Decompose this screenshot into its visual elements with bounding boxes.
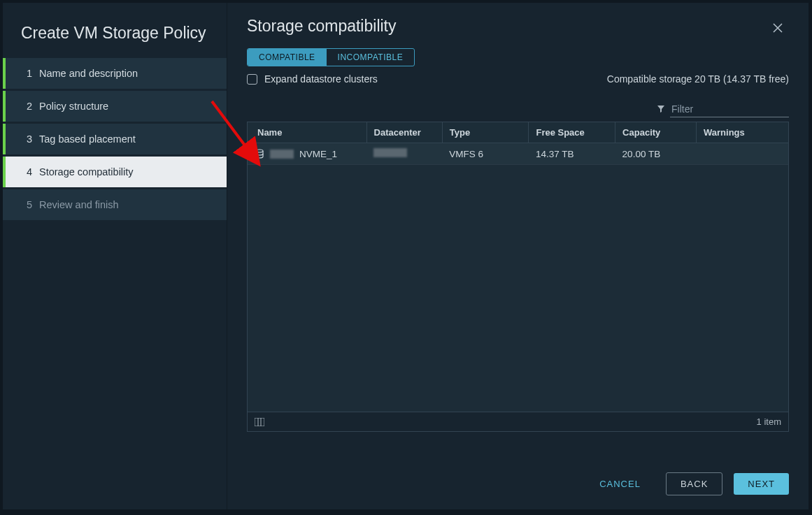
- column-header-capacity[interactable]: Capacity: [615, 122, 697, 143]
- cell-free-space: 14.37 TB: [529, 143, 615, 165]
- close-button[interactable]: [767, 17, 789, 41]
- tab-compatible[interactable]: COMPATIBLE: [248, 49, 327, 66]
- svg-rect-1: [255, 418, 264, 426]
- wizard-steps: 1 Name and description 2 Policy structur…: [3, 58, 227, 222]
- cancel-button[interactable]: CANCEL: [585, 473, 655, 495]
- wizard-title: Create VM Storage Policy: [3, 17, 227, 58]
- checkbox-label: Expand datastore clusters: [264, 73, 378, 85]
- main-header: Storage compatibility: [247, 17, 789, 48]
- column-header-free-space[interactable]: Free Space: [529, 122, 615, 143]
- wizard-footer: CANCEL BACK NEXT: [247, 472, 789, 495]
- step-label: Review and finish: [39, 199, 119, 210]
- checkbox-icon: [247, 74, 257, 85]
- step-label: Policy structure: [39, 101, 108, 112]
- filter-icon[interactable]: [657, 106, 664, 114]
- column-picker-button[interactable]: [255, 418, 264, 426]
- step-label: Storage compatibility: [39, 166, 134, 177]
- step-storage-compatibility[interactable]: 4 Storage compatibility: [3, 157, 227, 187]
- step-label: Tag based placement: [39, 133, 136, 145]
- datastore-name: NVME_1: [299, 149, 337, 159]
- row-count: 1 item: [757, 416, 781, 427]
- step-label: Name and description: [39, 68, 138, 79]
- cell-warnings: [697, 143, 788, 165]
- create-vm-storage-policy-dialog: Create VM Storage Policy 1 Name and desc…: [3, 3, 809, 509]
- obscured-text: [373, 148, 407, 157]
- datastore-table: Name Datacenter Type Free Space Capacity…: [247, 122, 789, 432]
- expand-datastore-clusters-checkbox[interactable]: Expand datastore clusters: [247, 73, 378, 85]
- column-header-datacenter[interactable]: Datacenter: [366, 122, 442, 143]
- table-footer: 1 item: [248, 412, 788, 431]
- column-header-warnings[interactable]: Warnings: [697, 122, 788, 143]
- tab-row: COMPATIBLE INCOMPATIBLE: [247, 48, 789, 66]
- table-empty-space: [248, 165, 788, 412]
- back-button[interactable]: BACK: [666, 472, 722, 495]
- table-header-row: Name Datacenter Type Free Space Capacity…: [248, 122, 788, 143]
- wizard-main: Storage compatibility COMPATIBLE INCOMPA…: [227, 3, 809, 509]
- column-header-type[interactable]: Type: [442, 122, 529, 143]
- datastore-icon: [255, 149, 264, 159]
- page-title: Storage compatibility: [247, 17, 397, 48]
- column-header-name[interactable]: Name: [248, 122, 366, 143]
- next-button[interactable]: NEXT: [734, 473, 789, 495]
- svg-point-0: [256, 150, 263, 152]
- cell-type: VMFS 6: [442, 143, 529, 165]
- compatibility-tabs: COMPATIBLE INCOMPATIBLE: [247, 48, 415, 66]
- step-name-and-description[interactable]: 1 Name and description: [3, 58, 227, 89]
- step-number: 2: [18, 101, 32, 112]
- obscured-text: [270, 150, 294, 159]
- cell-capacity: 20.00 TB: [615, 143, 697, 165]
- step-number: 5: [18, 199, 32, 210]
- filter-row: [247, 101, 789, 117]
- close-icon: [772, 22, 783, 34]
- step-tag-based-placement[interactable]: 3 Tag based placement: [3, 124, 227, 154]
- tab-incompatible[interactable]: INCOMPATIBLE: [327, 49, 415, 66]
- step-review-and-finish[interactable]: 5 Review and finish: [3, 189, 227, 220]
- table-row[interactable]: NVME_1 VMFS 6 14.37 TB 20.00 TB: [248, 143, 788, 165]
- step-policy-structure[interactable]: 2 Policy structure: [3, 91, 227, 122]
- wizard-sidebar: Create VM Storage Policy 1 Name and desc…: [3, 3, 227, 509]
- filter-input[interactable]: [670, 101, 789, 117]
- options-row: Expand datastore clusters Compatible sto…: [247, 73, 789, 85]
- step-number: 3: [18, 133, 32, 145]
- step-number: 1: [18, 68, 32, 79]
- step-number: 4: [18, 166, 32, 177]
- compatible-storage-summary: Compatible storage 20 TB (14.37 TB free): [607, 73, 789, 85]
